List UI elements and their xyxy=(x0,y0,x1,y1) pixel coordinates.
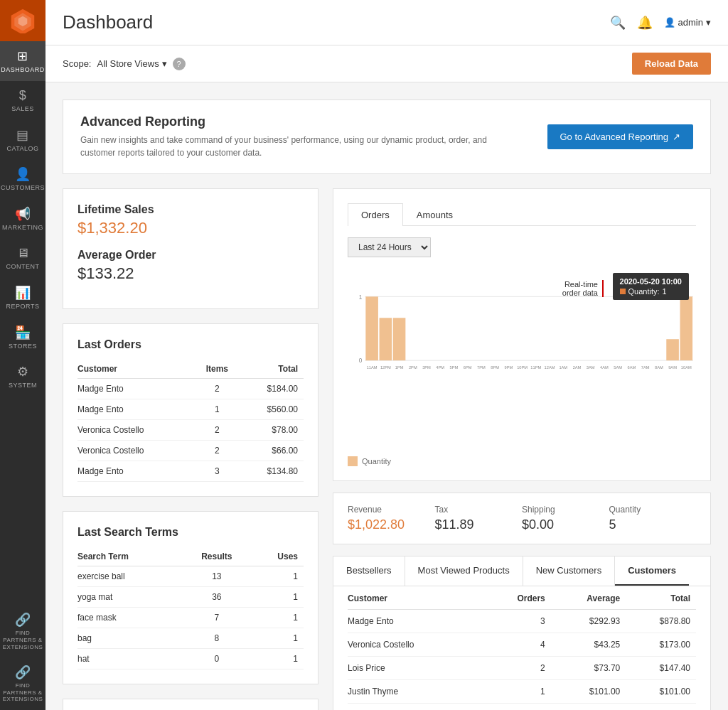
stat-shipping: Shipping $0.00 xyxy=(522,505,609,532)
tooltip-qty-label: Quantity: xyxy=(628,287,660,296)
sidebar-item-customers[interactable]: 👤 CUSTOMERS xyxy=(0,159,46,199)
sidebar-item-dashboard[interactable]: ⊞ DASHBOARD xyxy=(0,41,46,81)
sidebar-item-stores[interactable]: 🏪 STORES xyxy=(0,318,46,357)
table-row: Lois Price2$73.70$147.40 xyxy=(348,657,696,680)
chart-card: Orders Amounts Last 24 Hours Last 7 Days… xyxy=(333,188,711,481)
scope-value: All Store Views xyxy=(97,58,159,69)
customers-icon: 👤 xyxy=(15,166,31,182)
lst-col-uses: Uses xyxy=(254,547,304,566)
tooltip-qty-value: 1 xyxy=(663,287,667,296)
table-row: Veronica Costello2$66.00 xyxy=(77,441,304,461)
top-search-terms-card: Top Search Terms Search Term Results Use… xyxy=(63,699,318,710)
dashboard-grid: Lifetime Sales $1,332.20 Average Order $… xyxy=(63,188,711,710)
advanced-reporting-button[interactable]: Go to Advanced Reporting ↗ xyxy=(547,124,694,149)
table-row: bag81 xyxy=(77,628,304,649)
svg-text:12PM: 12PM xyxy=(380,365,391,370)
chart-tooltip: 2020-05-20 10:00 Quantity: 1 xyxy=(613,273,689,300)
search-icon[interactable]: 🔍 xyxy=(610,15,626,31)
bottom-tabs-card: Bestsellers Most Viewed Products New Cus… xyxy=(333,556,711,710)
sidebar-item-system[interactable]: ⚙ SYSTEM xyxy=(0,357,46,397)
svg-rect-9 xyxy=(393,318,406,360)
admin-menu[interactable]: 👤 admin ▾ xyxy=(664,17,711,28)
tab-customers[interactable]: Customers xyxy=(615,556,689,586)
average-order-value: $133.22 xyxy=(77,264,304,283)
svg-text:11PM: 11PM xyxy=(530,365,541,370)
sidebar-item-content[interactable]: 🖥 CONTENT xyxy=(0,239,46,278)
lifetime-stats-card: Lifetime Sales $1,332.20 Average Order $… xyxy=(63,188,318,309)
customers-col-name: Customer xyxy=(348,586,486,610)
sidebar-item-find-partners2[interactable]: 🔗 FIND PARTNERS & EXTENSIONS xyxy=(0,657,46,710)
tooltip-date: 2020-05-20 10:00 xyxy=(620,277,682,286)
legend-label: Quantity xyxy=(362,457,391,466)
sidebar-label-partners: FIND PARTNERS & EXTENSIONS xyxy=(3,630,43,650)
sidebar-item-sales[interactable]: $ SALES xyxy=(0,81,46,120)
chart-legend: Quantity xyxy=(348,456,696,466)
customers-table: Customer Orders Average Total Madge Ento… xyxy=(348,586,696,704)
sidebar-label-marketing: MARKETING xyxy=(2,224,43,232)
marketing-icon: 📢 xyxy=(15,206,31,222)
tab-bestsellers[interactable]: Bestsellers xyxy=(333,556,405,586)
sidebar-label-reports: REPORTS xyxy=(6,303,40,311)
svg-text:3AM: 3AM xyxy=(587,365,595,370)
table-row: hat01 xyxy=(77,649,304,669)
svg-rect-30 xyxy=(680,296,693,360)
sidebar-label-dashboard: DASHBOARD xyxy=(1,66,45,74)
chart-period-select[interactable]: Last 24 Hours Last 7 Days Last 30 Days L… xyxy=(348,237,431,257)
admin-name: admin xyxy=(678,17,703,28)
sidebar-label-sales: SALES xyxy=(11,105,34,113)
svg-text:3PM: 3PM xyxy=(422,365,431,370)
admin-chevron-icon: ▾ xyxy=(706,17,711,28)
stat-revenue: Revenue $1,022.80 xyxy=(348,505,435,532)
tooltip-quantity: Quantity: 1 xyxy=(620,287,682,296)
average-order-label: Average Order xyxy=(77,249,304,262)
content-icon: 🖥 xyxy=(16,246,30,261)
svg-text:6AM: 6AM xyxy=(628,365,636,370)
svg-text:1: 1 xyxy=(359,294,363,301)
last-orders-card: Last Orders Customer Items Total Madge E… xyxy=(63,323,318,497)
sidebar-label-partners2: FIND PARTNERS & EXTENSIONS xyxy=(3,682,43,703)
svg-rect-29 xyxy=(666,339,679,360)
sidebar-item-marketing[interactable]: 📢 MARKETING xyxy=(0,199,46,239)
sales-icon: $ xyxy=(19,88,27,103)
lst-col-term: Search Term xyxy=(77,547,185,566)
table-row: Justin Thyme1$101.00$101.00 xyxy=(348,680,696,704)
reload-data-button[interactable]: Reload Data xyxy=(632,53,711,75)
scope-bar: Scope: All Store Views ▾ ? Reload Data xyxy=(46,45,728,82)
table-row: Madge Ento2$184.00 xyxy=(77,379,304,399)
notifications-icon[interactable]: 🔔 xyxy=(637,15,653,31)
sidebar-item-catalog[interactable]: ▤ CATALOG xyxy=(0,120,46,160)
svg-text:6PM: 6PM xyxy=(464,365,472,370)
bottom-table: Customer Orders Average Total Madge Ento… xyxy=(333,586,710,710)
sidebar-label-system: SYSTEM xyxy=(9,382,37,389)
sidebar-item-reports[interactable]: 📊 REPORTS xyxy=(0,278,46,318)
table-row: face mask71 xyxy=(77,608,304,628)
svg-text:4AM: 4AM xyxy=(600,365,609,370)
stats-row: Revenue $1,022.80 Tax $11.89 Shipping $0… xyxy=(333,493,711,544)
scope-chevron-icon: ▾ xyxy=(162,58,167,69)
advanced-reporting-button-label: Go to Advanced Reporting xyxy=(560,131,669,142)
customers-col-orders: Orders xyxy=(486,586,551,610)
stores-icon: 🏪 xyxy=(15,325,31,340)
table-row: Madge Ento3$134.80 xyxy=(77,461,304,482)
tab-orders[interactable]: Orders xyxy=(348,203,403,226)
header-actions: 🔍 🔔 👤 admin ▾ xyxy=(610,15,711,31)
quantity-value: 5 xyxy=(609,517,697,532)
sidebar: ⊞ DASHBOARD $ SALES ▤ CATALOG 👤 CUSTOMER… xyxy=(0,0,46,710)
sidebar-label-content: CONTENT xyxy=(6,263,40,271)
sidebar-item-find-partners[interactable]: 🔗 FIND PARTNERS & EXTENSIONS xyxy=(0,605,46,657)
help-icon[interactable]: ? xyxy=(173,58,186,70)
table-row: yoga mat361 xyxy=(77,587,304,608)
catalog-icon: ▤ xyxy=(16,127,29,143)
tab-most-viewed[interactable]: Most Viewed Products xyxy=(405,556,523,586)
scope-selector[interactable]: All Store Views ▾ xyxy=(97,58,166,69)
scope-label: Scope: xyxy=(63,58,91,69)
tab-amounts[interactable]: Amounts xyxy=(403,203,466,226)
tab-new-customers[interactable]: New Customers xyxy=(523,556,615,586)
table-row: Madge Ento3$292.93$878.80 xyxy=(348,610,696,633)
table-row: exercise ball131 xyxy=(77,566,304,587)
left-column: Lifetime Sales $1,332.20 Average Order $… xyxy=(63,188,318,710)
logo[interactable] xyxy=(0,0,46,41)
svg-text:8AM: 8AM xyxy=(655,365,663,370)
tax-label: Tax xyxy=(435,505,523,515)
svg-rect-8 xyxy=(380,318,392,360)
